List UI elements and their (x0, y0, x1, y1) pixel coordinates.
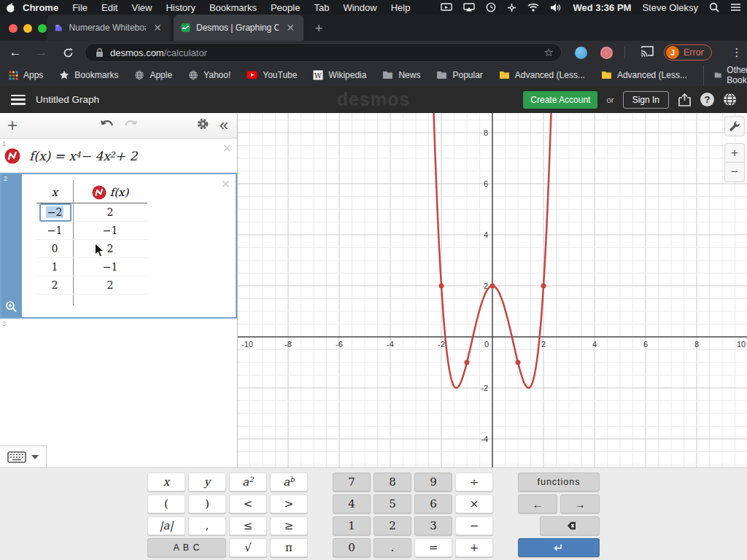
key-arrow-right[interactable]: → (560, 494, 600, 513)
bookmark-apple[interactable]: Apple (134, 70, 172, 80)
table-cell[interactable]: 2 (73, 279, 147, 291)
key-4[interactable]: 4 (333, 494, 371, 513)
bookmark-youtube[interactable]: YouTube (247, 70, 297, 80)
expression-row-3[interactable]: 3 (0, 319, 237, 338)
bookmark-news[interactable]: News (382, 70, 420, 80)
redo-button[interactable] (123, 119, 139, 132)
key-less-or-equal[interactable]: ≤ (229, 516, 267, 535)
create-account-button[interactable]: Create Account (523, 91, 597, 109)
menu-bar-clock[interactable]: Wed 3:36 PM (573, 2, 631, 13)
accessibility-shortcut-icon[interactable] (507, 3, 516, 12)
key-3[interactable]: 3 (414, 516, 452, 535)
key-a-squared[interactable]: a2 (229, 472, 267, 491)
bookmark-bookmarks[interactable]: Bookmarks (59, 70, 118, 80)
forward-button[interactable]: → (31, 42, 53, 63)
key-sqrt[interactable]: √ (229, 538, 267, 557)
bookmark-star-icon[interactable]: ☆ (544, 46, 554, 59)
notification-center-icon[interactable] (730, 3, 741, 12)
table-cell[interactable]: 2 (73, 243, 147, 254)
language-button[interactable] (723, 93, 737, 106)
table-cell[interactable]: 2 (73, 206, 147, 218)
menu-edit[interactable]: Edit (101, 2, 117, 13)
menu-view[interactable]: View (131, 2, 152, 13)
other-bookmarks-button[interactable]: Other Bookmarks (703, 65, 747, 85)
table-column-fx[interactable]: f(x) (73, 185, 147, 200)
key-less-than[interactable]: < (229, 494, 267, 513)
table-cell[interactable]: −1 (73, 225, 147, 236)
tab-close-icon[interactable]: ✕ (152, 22, 163, 34)
bookmark-yahoo[interactable]: Yahoo! (188, 70, 231, 80)
bookmark-wikipedia[interactable]: WWikipedia (313, 70, 366, 80)
zoom-in-button[interactable]: + (724, 143, 745, 163)
volume-icon[interactable] (550, 3, 562, 12)
airplay-icon[interactable] (463, 3, 475, 12)
key-divide[interactable]: ÷ (455, 472, 493, 491)
table-column-x[interactable]: x (36, 186, 73, 199)
menu-help[interactable]: Help (391, 2, 411, 13)
key-greater-or-equal[interactable]: ≥ (270, 516, 308, 535)
main-menu-button[interactable] (11, 95, 26, 105)
bookmark-apps[interactable]: Apps (9, 70, 43, 80)
menu-chrome[interactable]: Chrome (23, 2, 58, 13)
table-cell[interactable]: −1 (36, 225, 73, 236)
graph-settings-button[interactable] (724, 116, 745, 136)
key-x[interactable]: x (147, 472, 185, 491)
key-6[interactable]: 6 (414, 494, 452, 513)
screen-sharing-icon[interactable] (441, 3, 452, 12)
table-cell[interactable]: 1 (36, 261, 73, 273)
profile-button[interactable]: J Error (664, 44, 712, 61)
key-5[interactable]: 5 (374, 494, 411, 513)
sign-in-button[interactable]: Sign In (623, 91, 669, 109)
menu-people[interactable]: People (271, 2, 300, 13)
key-enter[interactable]: ↵ (518, 538, 600, 557)
key-backspace[interactable] (540, 516, 600, 535)
key-y[interactable]: y (188, 472, 226, 491)
key-open-paren[interactable]: ( (147, 494, 185, 513)
key-pi[interactable]: π (270, 538, 308, 557)
menu-file[interactable]: File (72, 2, 88, 13)
key-2[interactable]: 2 (374, 516, 411, 535)
extension-icon-blue[interactable] (575, 47, 587, 59)
expression-row-1[interactable]: 1 f(x) = x4 − 4x2 + 2 × (0, 139, 237, 173)
time-machine-icon[interactable] (486, 2, 496, 12)
graph-settings-gear-button[interactable] (196, 117, 209, 133)
key-close-paren[interactable]: ) (188, 494, 226, 513)
menu-bookmarks[interactable]: Bookmarks (209, 2, 257, 13)
zoom-fit-icon[interactable] (5, 300, 18, 313)
table-cell[interactable]: −2 (36, 206, 73, 218)
key-comma[interactable]: , (188, 516, 226, 535)
key-1[interactable]: 1 (333, 516, 371, 535)
spotlight-search-icon[interactable] (709, 2, 719, 12)
help-button[interactable]: ? (700, 93, 714, 106)
bookmark-popular[interactable]: Popular (436, 70, 482, 80)
key-functions[interactable]: functions (518, 472, 600, 491)
chrome-menu-button[interactable]: ⋮ (729, 44, 744, 61)
apple-logo-icon[interactable] (6, 2, 15, 13)
back-button[interactable]: ← (4, 42, 26, 63)
table-cell[interactable]: −1 (73, 261, 147, 273)
key-9[interactable]: 9 (414, 472, 452, 491)
menu-bar-user[interactable]: Steve Oleksy (642, 2, 698, 13)
key-abc[interactable]: A B C (147, 538, 226, 557)
menu-window[interactable]: Window (343, 2, 376, 13)
menu-history[interactable]: History (166, 2, 195, 13)
cast-button[interactable] (640, 46, 654, 60)
expression-row-2-table[interactable]: 2 x f(x) −22−1−1021−122 × (0, 173, 237, 319)
bookmark-advanced-less[interactable]: Advanced (Less... (499, 70, 585, 80)
expression-formula[interactable]: f(x) = x4 − 4x2 + 2 (29, 139, 137, 173)
add-expression-button[interactable]: + (7, 117, 18, 134)
tab-close-icon[interactable]: ✕ (285, 22, 296, 34)
key-0[interactable]: 0 (333, 538, 371, 557)
key-subtract[interactable]: − (455, 516, 493, 535)
tab-desmos[interactable]: Desmos | Graphing Calculat ✕ (174, 15, 303, 41)
graph-title[interactable]: Untitled Graph (36, 94, 99, 105)
collapse-panel-button[interactable]: « (220, 117, 228, 133)
graph-paper[interactable]: -10-8-6-4-20246810-4-22468 + − (237, 113, 747, 467)
key-add[interactable]: + (455, 538, 493, 557)
zoom-out-button[interactable]: − (724, 163, 745, 182)
key-decimal[interactable]: . (374, 538, 411, 557)
key-multiply[interactable]: × (455, 494, 493, 513)
key-arrow-left[interactable]: ← (518, 494, 557, 513)
undo-button[interactable] (99, 119, 115, 132)
wifi-icon[interactable] (527, 3, 539, 12)
